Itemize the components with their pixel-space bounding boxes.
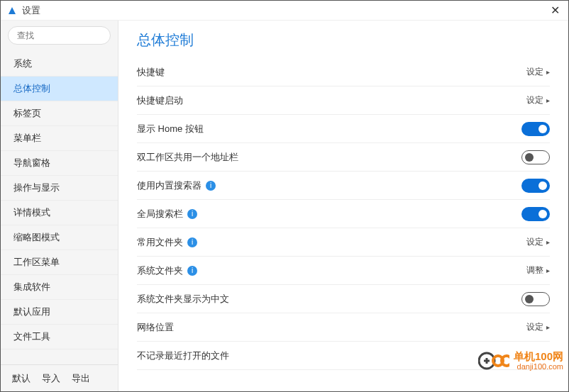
- sidebar-item[interactable]: 默认应用: [1, 300, 118, 325]
- sidebar-item[interactable]: 总体控制: [1, 77, 118, 101]
- setting-label-text: 双工作区共用一个地址栏: [137, 151, 238, 164]
- sidebar-item[interactable]: 操作与显示: [1, 176, 118, 201]
- setting-row: 双工作区共用一个地址栏: [137, 143, 550, 172]
- footer-import-button[interactable]: 导入: [42, 372, 60, 385]
- setting-row: 快捷键启动设定▸: [137, 86, 550, 115]
- titlebar: 设置 ✕: [1, 1, 568, 21]
- toggle-switch[interactable]: [521, 207, 550, 221]
- setting-action-link[interactable]: 设定▸: [526, 94, 550, 106]
- setting-label-text: 系统文件夹: [137, 264, 183, 277]
- setting-label: 使用内置搜索器i: [137, 179, 521, 192]
- setting-label: 系统文件夹i: [137, 264, 526, 277]
- setting-row: 显示 Home 按钮: [137, 115, 550, 143]
- setting-row: 网络位置设定▸: [137, 313, 550, 342]
- toggle-knob: [538, 181, 547, 190]
- setting-row: 常用文件夹i设定▸: [137, 228, 550, 257]
- toggle-knob: [538, 125, 547, 133]
- sidebar-item[interactable]: 系统: [1, 52, 118, 77]
- setting-label: 显示 Home 按钮: [137, 123, 521, 135]
- setting-action-link[interactable]: 设定▸: [526, 236, 550, 248]
- toggle-switch[interactable]: [521, 292, 550, 306]
- close-icon[interactable]: ✕: [548, 4, 563, 17]
- setting-label-text: 系统文件夹显示为中文: [137, 293, 229, 306]
- footer-export-button[interactable]: 导出: [72, 372, 90, 385]
- sidebar-item[interactable]: 标签页: [1, 101, 118, 126]
- setting-label-text: 显示 Home 按钮: [137, 123, 204, 135]
- setting-label: 不记录最近打开的文件: [137, 349, 550, 362]
- toggle-knob: [525, 153, 534, 162]
- setting-row: 全局搜索栏i: [137, 200, 550, 228]
- info-icon[interactable]: i: [187, 237, 197, 247]
- sidebar-item[interactable]: 文件工具: [1, 325, 118, 349]
- toggle-knob: [525, 295, 534, 303]
- setting-label-text: 网络位置: [137, 321, 174, 334]
- sidebar-item[interactable]: 工作区菜单: [1, 250, 118, 275]
- page-title: 总体控制: [137, 30, 550, 50]
- content-area: 总体控制 快捷键设定▸快捷键启动设定▸显示 Home 按钮双工作区共用一个地址栏…: [118, 21, 568, 391]
- search-input[interactable]: [8, 26, 111, 45]
- toggle-switch[interactable]: [521, 122, 550, 136]
- setting-label: 快捷键启动: [137, 94, 526, 107]
- chevron-right-icon: ▸: [546, 323, 550, 331]
- sidebar-item[interactable]: 导航窗格: [1, 151, 118, 176]
- app-icon: [6, 5, 18, 16]
- setting-row: 系统文件夹i调整▸: [137, 257, 550, 285]
- window-title: 设置: [22, 4, 40, 17]
- toggle-knob: [538, 210, 547, 218]
- sidebar-nav: 系统总体控制标签页菜单栏导航窗格操作与显示详情模式缩略图模式工作区菜单集成软件默…: [1, 52, 118, 364]
- setting-label: 系统文件夹显示为中文: [137, 293, 521, 306]
- setting-label-text: 不记录最近打开的文件: [137, 349, 229, 362]
- sidebar: 系统总体控制标签页菜单栏导航窗格操作与显示详情模式缩略图模式工作区菜单集成软件默…: [1, 21, 118, 391]
- info-icon[interactable]: i: [206, 181, 216, 191]
- setting-label: 常用文件夹i: [137, 236, 526, 249]
- setting-label-text: 全局搜索栏: [137, 208, 183, 220]
- sidebar-item[interactable]: 集成软件: [1, 275, 118, 300]
- chevron-right-icon: ▸: [546, 238, 550, 246]
- setting-row: 不记录最近打开的文件: [137, 342, 550, 370]
- chevron-right-icon: ▸: [546, 96, 550, 104]
- footer-default-button[interactable]: 默认: [12, 372, 31, 385]
- setting-label: 全局搜索栏i: [137, 208, 521, 220]
- setting-label: 网络位置: [137, 321, 526, 334]
- sidebar-footer: 默认 导入 导出: [1, 364, 118, 391]
- sidebar-item[interactable]: 详情模式: [1, 201, 118, 225]
- setting-action-link[interactable]: 调整▸: [526, 264, 550, 276]
- setting-label-text: 常用文件夹: [137, 236, 183, 249]
- toggle-switch[interactable]: [521, 150, 550, 164]
- settings-list: 快捷键设定▸快捷键启动设定▸显示 Home 按钮双工作区共用一个地址栏使用内置搜…: [137, 58, 550, 370]
- setting-action-link[interactable]: 设定▸: [526, 66, 550, 78]
- setting-row: 快捷键设定▸: [137, 58, 550, 86]
- setting-action-link[interactable]: 设定▸: [526, 321, 550, 333]
- setting-label-text: 快捷键启动: [137, 94, 183, 107]
- setting-row: 使用内置搜索器i: [137, 172, 550, 200]
- setting-row: 系统文件夹显示为中文: [137, 285, 550, 313]
- setting-label-text: 使用内置搜索器: [137, 179, 201, 192]
- setting-label-text: 快捷键: [137, 66, 165, 79]
- info-icon[interactable]: i: [187, 209, 197, 219]
- sidebar-item[interactable]: 菜单栏: [1, 126, 118, 151]
- setting-label: 快捷键: [137, 66, 526, 79]
- setting-label: 双工作区共用一个地址栏: [137, 151, 521, 164]
- sidebar-item[interactable]: 缩略图模式: [1, 225, 118, 250]
- chevron-right-icon: ▸: [546, 68, 550, 76]
- toggle-switch[interactable]: [521, 179, 550, 193]
- chevron-right-icon: ▸: [546, 267, 550, 274]
- info-icon[interactable]: i: [187, 266, 197, 276]
